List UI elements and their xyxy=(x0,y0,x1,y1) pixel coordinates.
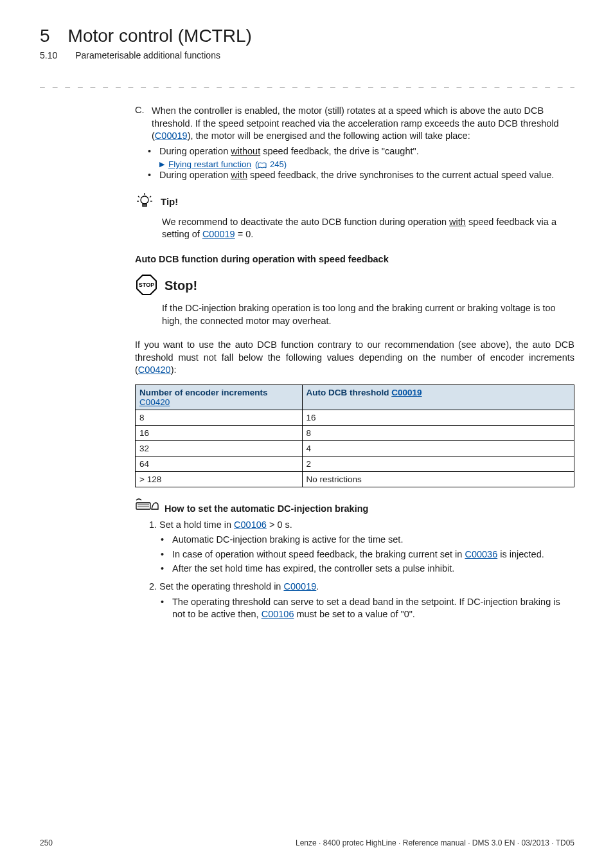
svg-point-0 xyxy=(141,196,148,204)
text: During operation xyxy=(159,170,231,180)
link-c00019[interactable]: C00019 xyxy=(155,131,188,141)
svg-line-3 xyxy=(150,196,151,197)
link-c00420[interactable]: C00420 xyxy=(139,397,298,407)
stop-label: Stop! xyxy=(164,278,197,293)
list-item-c: C. When the controller is enabled, the m… xyxy=(135,105,574,143)
page-header: 5 Motor control (MCTRL) 5.10 Parameteris… xyxy=(40,26,574,60)
bullet-item: • During operation with speed feedback, … xyxy=(148,169,574,182)
text: After the set hold time has expired, the… xyxy=(172,563,454,575)
link-c00106[interactable]: C00106 xyxy=(262,609,294,619)
text: > 0 s. xyxy=(267,520,292,530)
table-row: 642 xyxy=(136,456,574,471)
table-row: 324 xyxy=(136,440,574,456)
cell: 16 xyxy=(136,425,303,440)
step-2: Set the operating threshold in C00019. •… xyxy=(159,581,574,621)
howto-label: How to set the automatic DC-injection br… xyxy=(164,503,368,514)
table-header: Number of encoder increments C00420 xyxy=(136,384,303,410)
text: Automatic DC-injection braking is active… xyxy=(172,534,403,547)
bullet-dot: • xyxy=(161,534,167,547)
bullet-dot: • xyxy=(161,596,167,621)
tip-block: Tip! We recommend to deactivate the auto… xyxy=(135,191,574,241)
table-row: > 128No restrictions xyxy=(136,471,574,487)
bullet-text: During operation without speed feedback,… xyxy=(159,145,419,158)
chapter-number: 5 xyxy=(40,26,50,46)
cell: 2 xyxy=(302,456,574,471)
text: must be set to a value of "0". xyxy=(294,609,414,619)
divider: _ _ _ _ _ _ _ _ _ _ _ _ _ _ _ _ _ _ _ _ … xyxy=(40,78,574,88)
page-number: 250 xyxy=(40,838,53,847)
table-row: 168 xyxy=(136,425,574,440)
bullet-dot: • xyxy=(148,145,154,158)
step-1: Set a hold time in C00106 > 0 s. •Automa… xyxy=(159,519,574,575)
cell: 16 xyxy=(302,410,574,425)
bullet-item: •Automatic DC-injection braking is activ… xyxy=(161,534,574,547)
cell: 64 xyxy=(136,456,303,471)
book-icon xyxy=(258,161,267,168)
footer-text: Lenze · 8400 protec HighLine · Reference… xyxy=(296,838,574,847)
text: If you want to use the auto DCB function… xyxy=(135,339,574,375)
cross-ref: ▶ Flying restart function ( 245) xyxy=(159,159,574,169)
cell: > 128 xyxy=(136,471,303,487)
text: ), the motor will be energised and the f… xyxy=(188,131,470,141)
lightbulb-icon xyxy=(135,191,154,212)
link-c00019[interactable]: C00019 xyxy=(391,388,422,397)
cell: No restrictions xyxy=(302,471,574,487)
tip-label: Tip! xyxy=(161,196,178,207)
bullet-text: The operating threshold can serve to set… xyxy=(172,596,574,621)
underline-text: with xyxy=(231,170,247,180)
cell: 32 xyxy=(136,440,303,456)
cell: 4 xyxy=(302,440,574,456)
bullet-dot: • xyxy=(148,169,154,182)
bullet-dot: • xyxy=(161,548,167,561)
howto-header: How to set the automatic DC-injection br… xyxy=(135,496,574,514)
stop-block: STOP Stop! If the DC-injection braking o… xyxy=(135,273,574,327)
link-flying-restart[interactable]: Flying restart function xyxy=(168,159,251,169)
item-letter: C. xyxy=(135,105,147,143)
bullet-item: •In case of operation without speed feed… xyxy=(161,548,574,561)
text: . xyxy=(316,581,319,592)
table-row: 816 xyxy=(136,410,574,425)
encoder-table: Number of encoder increments C00420 Auto… xyxy=(135,384,574,487)
cell: 8 xyxy=(302,425,574,440)
bullet-item: •The operating threshold can serve to se… xyxy=(161,596,574,621)
link-c00036[interactable]: C00036 xyxy=(465,549,497,559)
bullet-item: • During operation without speed feedbac… xyxy=(148,145,574,158)
svg-line-2 xyxy=(138,196,139,197)
steps-list: Set a hold time in C00106 > 0 s. •Automa… xyxy=(148,519,574,621)
hand-keyboard-icon xyxy=(135,496,161,514)
bullet-text: In case of operation without speed feedb… xyxy=(172,548,544,561)
bullet-item: •After the set hold time has expired, th… xyxy=(161,563,574,575)
text: In case of operation without speed feedb… xyxy=(172,549,465,559)
svg-rect-10 xyxy=(136,503,150,509)
link-c00019[interactable]: C00019 xyxy=(202,229,235,239)
paragraph: If you want to use the auto DCB function… xyxy=(135,339,574,377)
stop-icon: STOP xyxy=(135,273,158,298)
text: speed feedback, the drive synchronises t… xyxy=(247,170,554,180)
section-heading: Auto DCB function during operation with … xyxy=(135,254,574,264)
underline-text: without xyxy=(231,146,260,156)
text: is injected. xyxy=(497,549,544,559)
stop-text: If the DC-injection braking operation is… xyxy=(162,302,574,327)
link-c00019[interactable]: C00019 xyxy=(283,581,316,592)
chapter-title: Motor control (MCTRL) xyxy=(68,26,252,46)
page-ref: ( 245) xyxy=(255,159,287,169)
text: speed feedback, the drive is "caught". xyxy=(260,146,418,156)
item-text: When the controller is enabled, the moto… xyxy=(152,105,574,143)
bullet-text: During operation with speed feedback, th… xyxy=(159,169,554,182)
page-footer: 250 Lenze · 8400 protec HighLine · Refer… xyxy=(40,838,574,847)
link-c00420[interactable]: C00420 xyxy=(138,365,171,375)
tip-text: We recommend to deactivate the auto DCB … xyxy=(162,216,574,241)
cell: 8 xyxy=(136,410,303,425)
text: = 0. xyxy=(235,229,254,239)
table-header: Auto DCB threshold C00019 xyxy=(302,384,574,410)
underline-text: with xyxy=(449,217,466,227)
page-number: 245 xyxy=(270,159,284,169)
text: Number of encoder increments xyxy=(139,388,268,397)
section-title: Parameterisable additional functions xyxy=(75,50,220,60)
link-c00106[interactable]: C00106 xyxy=(234,520,267,530)
triangle-icon: ▶ xyxy=(159,160,164,168)
text: During operation xyxy=(159,146,231,156)
svg-text:STOP: STOP xyxy=(139,282,154,288)
section-number: 5.10 xyxy=(40,50,57,60)
text: ): xyxy=(171,365,177,375)
